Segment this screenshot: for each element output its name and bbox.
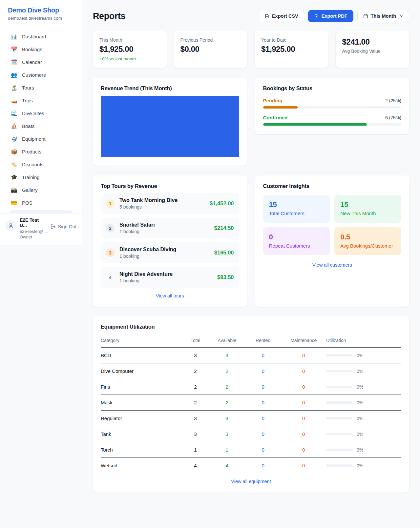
tour-bookings: 5 bookings (119, 204, 178, 210)
insights-grid: 15 Total Customers 15 New This Month 0 R… (263, 195, 402, 255)
cell-rented: 0 (245, 426, 281, 442)
list-item: 3 Discover Scuba Diving 1 booking $165.0… (101, 242, 239, 263)
bookings-by-status-title: Bookings by Status (263, 85, 402, 91)
cell-category: Tank (101, 426, 182, 442)
utilization-widget: 0% (326, 463, 401, 468)
island-icon: 🏝️ (10, 85, 18, 91)
sidebar: Demo Dive Shop demo.test.divestreams.com… (0, 0, 82, 245)
sidebar-item-label: Products (22, 149, 41, 154)
sidebar-item-label: Boats (22, 123, 34, 129)
status-value: 2 (25%) (385, 98, 401, 103)
export-pdf-label: Export PDF (322, 13, 347, 19)
lists-row: Top Tours by Revenue 1 Two Tank Morning … (93, 175, 409, 307)
sidebar-item-label: Trips (22, 98, 33, 103)
insight-label: New This Month (340, 211, 395, 216)
utilization-percent: 0% (357, 400, 363, 405)
cell-maintenance: 0 (281, 379, 326, 395)
credit-card-icon: 💳 (10, 200, 18, 206)
cell-rented: 0 (245, 363, 281, 379)
utilization-widget: 0% (326, 353, 401, 358)
progress-track (326, 401, 352, 404)
sidebar-item-tours[interactable]: 🏝️Tours (5, 81, 77, 94)
bar-chart-icon: 📊 (10, 33, 18, 40)
sidebar-item-label: Dive Sites (22, 111, 44, 116)
view-all-customers-link[interactable]: View all customers (263, 262, 402, 268)
sidebar-item-trips[interactable]: 🚤Trips (5, 94, 77, 107)
camera-icon: 📸 (10, 187, 18, 193)
people-icon: 👥 (10, 72, 18, 78)
sidebar-item-bookings[interactable]: 📅Bookings (5, 43, 77, 56)
stat-card-year-to-date: Year to Date $1,925.00 (255, 31, 328, 68)
column-header: Total (182, 335, 209, 348)
sidebar-item-label: Gallery (22, 187, 38, 193)
tour-bookings: 1 booking (119, 254, 176, 259)
sidebar-item-label: Training (22, 174, 40, 180)
progress-track (263, 123, 402, 126)
sidebar-item-training[interactable]: 🎓Training (5, 171, 77, 184)
column-header: Category (101, 335, 182, 348)
period-dropdown[interactable]: This Month (357, 10, 409, 22)
customer-insights-card: Customer Insights 15 Total Customers 15 … (255, 175, 410, 307)
sidebar-item-reports-partial[interactable] (9, 210, 73, 213)
stat-card-avg-booking-value: $241.00 Avg Booking Value (336, 31, 410, 68)
sailboat-icon: ⛵ (10, 123, 18, 129)
column-header: Rented (245, 335, 281, 348)
status-line: Pending 2 (25%) (263, 98, 402, 103)
export-pdf-button[interactable]: Export PDF (308, 10, 353, 22)
revenue-trend-chart (101, 96, 239, 157)
top-tours-card: Top Tours by Revenue 1 Two Tank Morning … (93, 175, 247, 307)
insight-tile-repeat-customers: 0 Repeat Customers (263, 227, 330, 255)
cell-rented: 0 (245, 348, 281, 363)
insight-value: 15 (269, 200, 324, 209)
main-content: Reports Export CSV Export PDF This Month (82, 0, 420, 512)
period-label: This Month (371, 13, 396, 19)
progress-track (326, 370, 352, 372)
cell-available: 3 (209, 426, 245, 442)
cell-utilization: 0% (326, 395, 401, 411)
sidebar-item-customers[interactable]: 👥Customers (5, 69, 77, 81)
stat-label: Avg Booking Value (342, 49, 403, 54)
view-all-tours-link[interactable]: View all tours (101, 293, 239, 298)
sidebar-item-boats[interactable]: ⛵Boats (5, 120, 77, 132)
cell-category: BCD (101, 348, 182, 363)
sidebar-item-label: Tours (22, 85, 34, 91)
column-header: Maintenance (281, 335, 326, 348)
sidebar-item-dashboard[interactable]: 📊Dashboard (5, 30, 77, 43)
sidebar-item-label: Discounts (22, 162, 44, 167)
rank-badge: 2 (106, 224, 115, 233)
cell-utilization: 0% (326, 411, 401, 426)
cell-available: 1 (209, 442, 245, 458)
brand-title[interactable]: Demo Dive Shop (8, 7, 74, 14)
top-tours-title: Top Tours by Revenue (101, 183, 239, 189)
sidebar-item-label: Dashboard (22, 34, 46, 39)
utilization-widget: 0% (326, 416, 401, 421)
stat-cards: This Month $1,925.00 +0% vs last month P… (93, 31, 409, 68)
equipment-table: Category Total Available Rented Maintena… (101, 335, 401, 473)
stat-card-previous-period: Previous Period $0.00 (174, 31, 248, 68)
sign-out-button[interactable]: Sign Out (51, 217, 76, 229)
tour-info: Snorkel Safari 1 booking (119, 222, 155, 234)
sidebar-user-footer: E2E Test U... e2e-tester@... Owner Sign … (0, 213, 82, 245)
user-role: Owner (20, 234, 47, 239)
insight-tile-avg-bookings: 0.5 Avg Bookings/Customer (334, 227, 401, 255)
sidebar-item-pos[interactable]: 💳POS (5, 196, 77, 209)
sidebar-item-calendar[interactable]: 🗓️Calendar (5, 56, 77, 69)
sidebar-item-discounts[interactable]: 🏷️Discounts (5, 158, 77, 171)
column-header: Available (209, 335, 245, 348)
sidebar-item-gallery[interactable]: 📸Gallery (5, 184, 77, 196)
column-header: Utilization (326, 335, 401, 348)
sidebar-item-equipment[interactable]: 🤿Equipment (5, 132, 77, 145)
dive-mask-icon: 🤿 (10, 136, 18, 142)
sidebar-item-products[interactable]: 📦Products (5, 145, 77, 158)
stat-value: $0.00 (180, 45, 241, 54)
cell-utilization: 0% (326, 426, 401, 442)
view-all-equipment-link[interactable]: View all equipment (101, 479, 401, 484)
table-row: Tank 3 3 0 0 0% (101, 426, 401, 442)
export-csv-button[interactable]: Export CSV (259, 10, 304, 22)
page-title: Reports (93, 11, 125, 21)
file-download-icon (264, 14, 269, 19)
sidebar-item-dive-sites[interactable]: 🌊Dive Sites (5, 107, 77, 120)
speedboat-icon: 🚤 (10, 97, 18, 104)
insight-value: 15 (340, 200, 395, 209)
progress-track (326, 449, 352, 451)
